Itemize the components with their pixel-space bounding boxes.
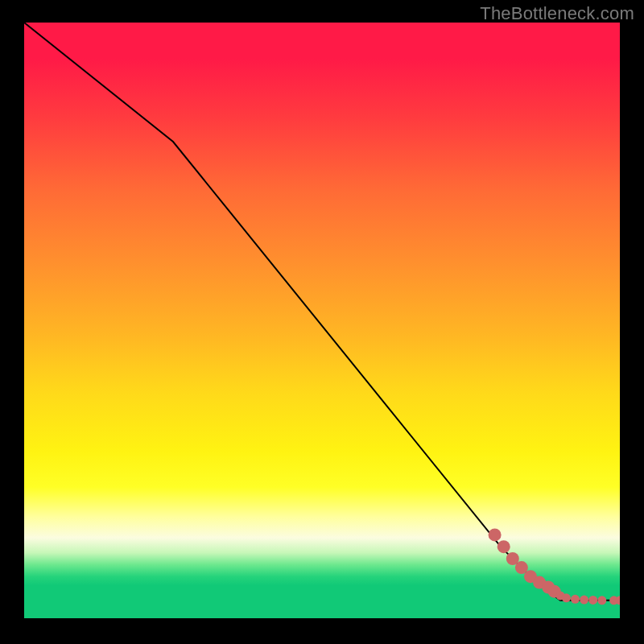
curve-line [24, 23, 620, 601]
highlight-dot [597, 596, 606, 605]
chart-svg [24, 23, 620, 618]
chart-area [24, 23, 620, 618]
highlight-dot [562, 593, 571, 602]
highlight-dot [489, 528, 502, 541]
highlight-dot [497, 540, 510, 553]
highlight-dot [571, 595, 580, 604]
curve-path [24, 23, 620, 601]
highlight-dot [580, 596, 588, 605]
highlight-dot [588, 596, 597, 605]
highlight-dots [489, 528, 620, 605]
watermark-text: TheBottleneck.com [480, 3, 634, 24]
